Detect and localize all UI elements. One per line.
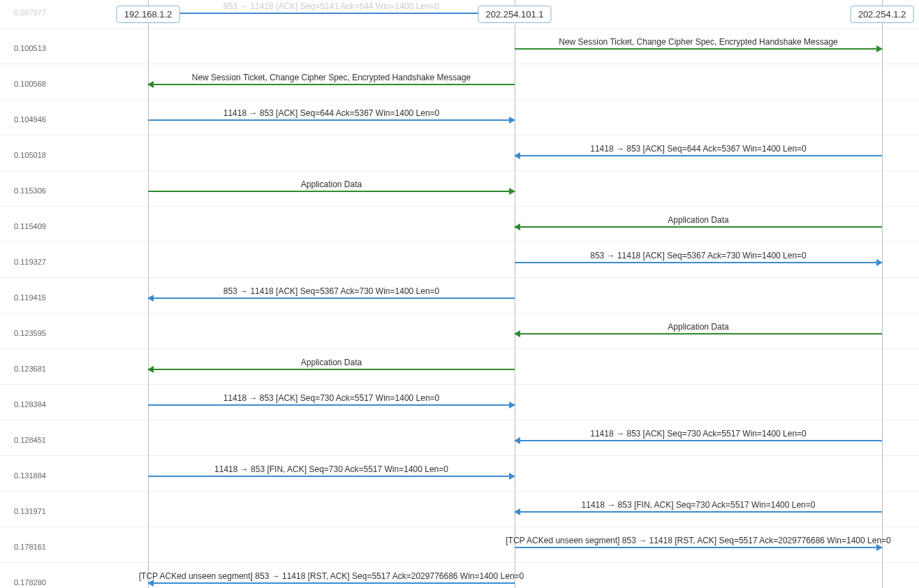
- flow-line: [148, 191, 515, 192]
- flow-line: [515, 547, 882, 548]
- row-separator: [0, 455, 919, 456]
- time-label: 0.128384: [14, 400, 46, 409]
- arrow-left-icon: [147, 295, 154, 302]
- row-separator: [0, 491, 919, 492]
- arrow-right-icon: [876, 45, 883, 52]
- time-label: 0.123681: [14, 365, 46, 373]
- row-separator: [0, 170, 919, 171]
- flow-label: New Session Ticket, Change Cipher Spec, …: [559, 37, 838, 47]
- time-label: 0.178161: [14, 543, 46, 551]
- host-label-1[interactable]: 202.254.101.1: [478, 6, 551, 23]
- row-separator: [0, 135, 919, 135]
- row-separator: [0, 348, 919, 349]
- flow-label: 11418 → 853 [FIN, ACK] Seq=730 Ack=5517 …: [582, 500, 816, 510]
- row-separator: [0, 64, 919, 64]
- row-separator: [0, 99, 919, 100]
- flow-label: Application Data: [301, 179, 362, 189]
- arrow-right-icon: [876, 259, 883, 266]
- flow-label: 853 → 11418 [ACK] Seq=5367 Ack=730 Win=1…: [590, 251, 807, 260]
- time-label: 0.115409: [14, 222, 46, 230]
- flow-line: [515, 440, 882, 441]
- time-label: 0.128451: [14, 436, 46, 444]
- row-separator: [0, 242, 919, 242]
- time-label: 0.104946: [14, 115, 46, 124]
- flow-line: [148, 297, 515, 299]
- row-separator: [0, 313, 919, 314]
- flow-line: [515, 333, 882, 335]
- arrow-left-icon: [514, 152, 520, 159]
- flow-line: [148, 404, 515, 406]
- row-separator: [0, 277, 919, 278]
- flow-label: New Session Ticket, Change Cipher Spec, …: [192, 73, 471, 82]
- time-label: 0.100513: [14, 44, 46, 52]
- arrow-left-icon: [514, 437, 520, 444]
- time-label: 0.131971: [14, 507, 46, 515]
- flow-line: [515, 511, 882, 513]
- row-separator: [0, 562, 919, 563]
- flow-line: [148, 582, 515, 584]
- flow-label: 11418 → 853 [ACK] Seq=730 Ack=5517 Win=1…: [590, 429, 807, 439]
- lifeline-1: [515, 0, 515, 588]
- arrow-left-icon: [147, 81, 154, 88]
- time-label: 0.123595: [14, 329, 46, 337]
- flow-line: [148, 476, 515, 477]
- flow-label: 11418 → 853 [ACK] Seq=644 Ack=5367 Win=1…: [590, 144, 807, 154]
- lifeline-0: [148, 0, 149, 588]
- arrow-left-icon: [147, 366, 154, 373]
- flow-label: Application Data: [668, 215, 728, 225]
- flow-label: Application Data: [668, 322, 728, 332]
- time-label: 0.178280: [14, 578, 46, 587]
- flow-label: Application Data: [301, 358, 362, 367]
- flow-line: [148, 84, 515, 85]
- row-separator: [0, 420, 919, 420]
- flow-label: 11418 → 853 [FIN, ACK] Seq=730 Ack=5517 …: [214, 464, 448, 474]
- flow-label: 11418 → 853 [ACK] Seq=730 Ack=5517 Win=1…: [223, 393, 440, 403]
- flow-line: [148, 119, 515, 121]
- time-label: 0.115306: [14, 186, 46, 195]
- flow-line: [515, 226, 882, 228]
- arrow-right-icon: [509, 402, 515, 409]
- flow-diagram: 192.168.1.2202.254.101.1202.254.1.20.097…: [0, 0, 919, 588]
- flow-line: [515, 155, 882, 156]
- arrow-right-icon: [509, 473, 515, 480]
- flow-label: [TCP ACKed unseen segment] 853 → 11418 […: [506, 536, 891, 545]
- flow-label: 853 → 11418 [ACK] Seq=5367 Ack=730 Win=1…: [223, 286, 440, 296]
- arrow-left-icon: [514, 508, 520, 515]
- flow-line: [148, 369, 515, 370]
- time-label: 0.105018: [14, 151, 46, 159]
- host-label-0[interactable]: 192.168.1.2: [117, 6, 180, 23]
- flow-line: [515, 48, 882, 50]
- arrow-right-icon: [509, 188, 515, 195]
- host-label-2[interactable]: 202.254.1.2: [851, 6, 914, 23]
- time-label: 0.119327: [14, 258, 46, 266]
- flow-label: 853 → 11418 [ACK] Seq=5141 Ack=644 Win=1…: [223, 1, 440, 11]
- time-label: 0.100568: [14, 80, 46, 88]
- row-separator: [0, 527, 919, 527]
- flow-label: 11418 → 853 [ACK] Seq=644 Ack=5367 Win=1…: [223, 108, 440, 118]
- arrow-left-icon: [514, 223, 520, 230]
- row-separator: [0, 206, 919, 207]
- arrow-right-icon: [509, 117, 515, 124]
- arrow-left-icon: [514, 330, 520, 337]
- row-separator: [0, 28, 919, 29]
- time-label: 0.119415: [14, 293, 46, 302]
- flow-line: [515, 262, 882, 263]
- lifeline-2: [882, 0, 883, 588]
- time-label: 0.131884: [14, 471, 46, 480]
- time-label: 0.097977: [14, 8, 46, 17]
- flow-line: [148, 13, 515, 14]
- row-separator: [0, 384, 919, 385]
- flow-label: [TCP ACKed unseen segment] 853 → 11418 […: [139, 571, 524, 581]
